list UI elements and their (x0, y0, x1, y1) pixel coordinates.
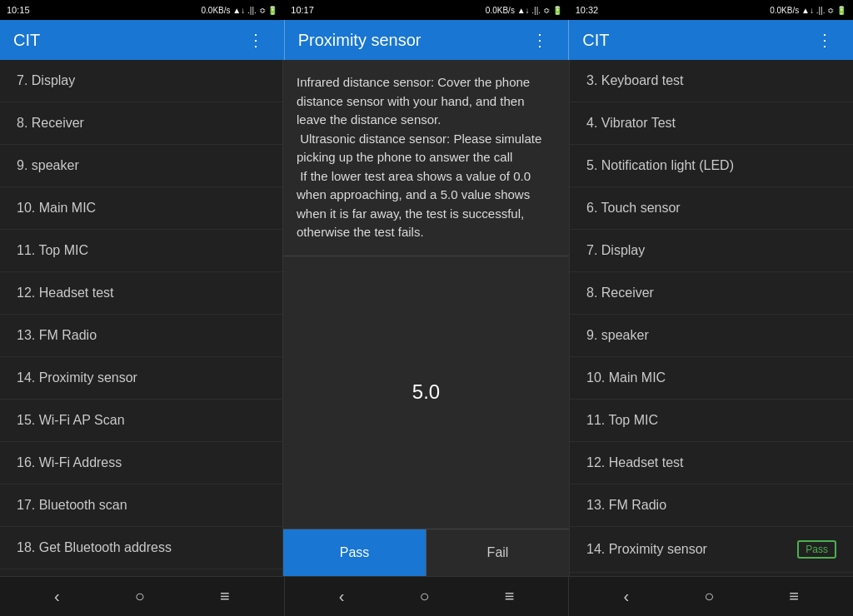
time-middle: 10:17 (291, 5, 314, 15)
list-item[interactable]: 11. Top MIC (570, 400, 853, 442)
list-item[interactable]: 10. Main MIC (0, 187, 282, 230)
list-item[interactable]: 14. Proximity sensor (0, 357, 282, 400)
middle-panel: Infrared distance sensor: Cover the phon… (283, 60, 570, 576)
status-bar-middle: 10:17 0.0KB/s ▲↓ .||. ≎ 🔋 (284, 0, 568, 20)
list-item-label: 14. Proximity sensor (586, 542, 707, 557)
list-item-label: 11. Top MIC (586, 413, 658, 428)
list-item[interactable]: 10. Main MIC (570, 357, 853, 400)
recents-icon-right[interactable]: ≡ (782, 580, 806, 613)
app-title-left: CIT (13, 31, 241, 50)
menu-icon-middle[interactable]: ⋮ (525, 27, 555, 53)
list-item-label: 9. speaker (586, 328, 649, 343)
list-item[interactable]: 18. Get Bluetooth address (0, 527, 282, 569)
list-item[interactable]: 6. Touch sensor (570, 187, 853, 230)
list-item-label: 4. Vibrator Test (586, 116, 676, 131)
list-item[interactable]: 15. Wi-Fi AP Scan (0, 400, 282, 442)
list-item[interactable]: 7. Display (0, 60, 282, 102)
time-right: 10:32 (576, 5, 599, 15)
list-item[interactable]: 14. Proximity sensorPass (570, 527, 853, 573)
list-item-label: 12. Headset test (586, 455, 684, 470)
app-bar-right: CIT ⋮ (569, 20, 853, 60)
back-icon-middle[interactable]: ‹ (332, 580, 352, 613)
list-item[interactable]: 3. Keyboard test (570, 60, 853, 102)
time-left: 10:15 (7, 5, 30, 15)
icons-left: 0.0KB/s ▲↓ .||. ≎ 🔋 (202, 6, 278, 15)
status-bars: 10:15 0.0KB/s ▲↓ .||. ≎ 🔋 10:17 0.0KB/s … (0, 0, 853, 20)
nav-bar-middle: ‹ ○ ≡ (285, 577, 569, 616)
list-item[interactable]: 8. Receiver (570, 272, 853, 315)
fail-button[interactable]: Fail (426, 529, 569, 576)
description-text: Infrared distance sensor: Cover the phon… (297, 75, 541, 239)
home-icon-right[interactable]: ○ (697, 580, 721, 613)
menu-icon-right[interactable]: ⋮ (810, 27, 840, 53)
back-icon-right[interactable]: ‹ (616, 580, 636, 613)
list-item-label: 6. Touch sensor (586, 201, 681, 216)
status-bar-left: 10:15 0.0KB/s ▲↓ .||. ≎ 🔋 (0, 0, 284, 20)
app-bars: CIT ⋮ Proximity sensor ⋮ CIT ⋮ (0, 20, 853, 60)
nav-bars: ‹ ○ ≡ ‹ ○ ≡ ‹ ○ ≡ (0, 576, 853, 616)
action-buttons: Pass Fail (283, 529, 569, 576)
app-bar-left: CIT ⋮ (0, 20, 284, 60)
list-item-label: 5. Notification light (LED) (586, 158, 734, 173)
list-item-label: 13. FM Radio (586, 498, 666, 513)
left-panel: 7. Display8. Receiver9. speaker10. Main … (0, 60, 283, 576)
sensor-value-area: 5.0 (283, 256, 569, 530)
recents-icon-middle[interactable]: ≡ (498, 580, 521, 613)
home-icon-left[interactable]: ○ (128, 580, 152, 613)
list-item[interactable]: 16. Wi-Fi Address (0, 442, 282, 484)
list-item-label: 8. Receiver (586, 286, 654, 301)
app-title-middle: Proximity sensor (298, 31, 526, 50)
list-item[interactable]: 9. speaker (570, 315, 853, 357)
back-icon-left[interactable]: ‹ (47, 580, 67, 613)
list-item[interactable]: 17. Bluetooth scan (0, 484, 282, 527)
list-item[interactable]: 11. Top MIC (0, 230, 282, 272)
description-area: Infrared distance sensor: Cover the phon… (283, 60, 569, 256)
status-bar-right: 10:32 0.0KB/s ▲↓ .||. ≎ 🔋 (569, 0, 853, 20)
list-item[interactable]: 7. Display (570, 230, 853, 272)
home-icon-middle[interactable]: ○ (412, 580, 436, 613)
list-item[interactable]: 12. Headset test (0, 272, 282, 315)
icons-middle: 0.0KB/s ▲↓ .||. ≎ 🔋 (486, 6, 562, 15)
icons-right: 0.0KB/s ▲↓ .||. ≎ 🔋 (770, 6, 846, 15)
app-bar-middle: Proximity sensor ⋮ (285, 20, 569, 60)
list-item[interactable]: 13. FM Radio (0, 315, 282, 357)
right-panel: 3. Keyboard test4. Vibrator Test5. Notif… (570, 60, 853, 576)
sensor-value: 5.0 (412, 380, 440, 404)
main-content: 7. Display8. Receiver9. speaker10. Main … (0, 60, 853, 576)
list-item[interactable]: 4. Vibrator Test (570, 102, 853, 145)
pass-badge: Pass (797, 540, 836, 559)
menu-icon-left[interactable]: ⋮ (241, 27, 271, 53)
pass-button[interactable]: Pass (283, 529, 426, 576)
list-item[interactable]: 13. FM Radio (570, 484, 853, 527)
list-item[interactable]: 8. Receiver (0, 102, 282, 145)
recents-icon-left[interactable]: ≡ (213, 580, 237, 613)
nav-bar-left: ‹ ○ ≡ (0, 577, 284, 616)
list-item[interactable]: 9. speaker (0, 145, 282, 187)
nav-bar-right: ‹ ○ ≡ (569, 577, 853, 616)
list-item-label: 3. Keyboard test (586, 73, 684, 88)
list-item[interactable]: 5. Notification light (LED) (570, 145, 853, 187)
list-item[interactable]: 12. Headset test (570, 442, 853, 484)
list-item-label: 10. Main MIC (586, 370, 666, 385)
list-item-label: 7. Display (586, 243, 645, 258)
app-title-right: CIT (582, 31, 810, 50)
